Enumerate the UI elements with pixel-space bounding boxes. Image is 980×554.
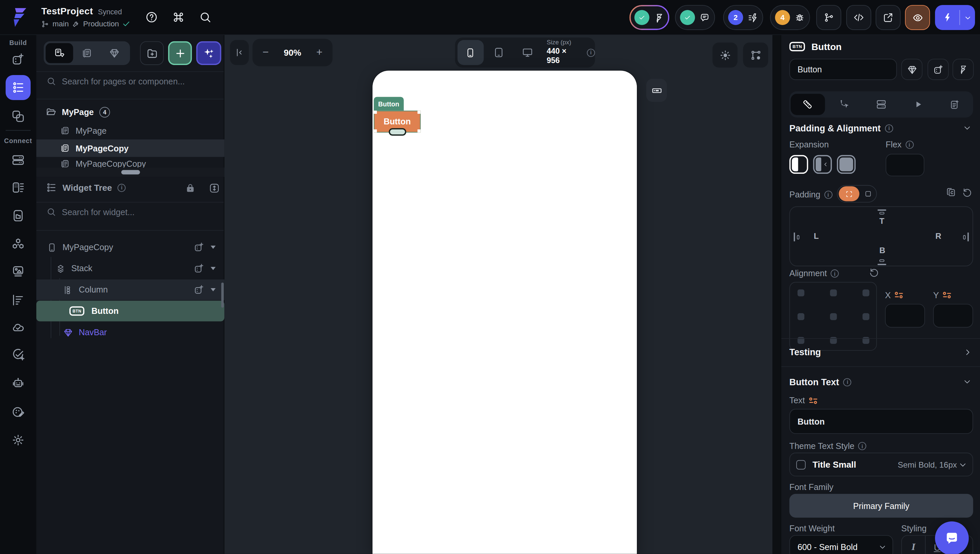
nav-item-widget-palette[interactable]	[11, 53, 25, 66]
tree-node-stack[interactable]: Stack	[37, 258, 224, 279]
branch-environment-row[interactable]: main Production	[41, 19, 131, 28]
padding-mode-linked-on[interactable]	[838, 186, 859, 201]
comments-button[interactable]	[675, 5, 715, 30]
button-text-input[interactable]	[789, 409, 973, 434]
tab-components[interactable]	[101, 43, 128, 63]
command-menu-button[interactable]	[172, 11, 185, 24]
device-tablet-button[interactable]	[486, 40, 512, 65]
device-desktop-button[interactable]	[514, 40, 541, 65]
italic-toggle[interactable]: I	[902, 536, 926, 554]
theme-style-dropdown[interactable]: Title Small Semi Bold, 16px	[789, 453, 973, 476]
ai-generate-page-button[interactable]	[196, 41, 221, 65]
add-child-widget-button[interactable]	[194, 242, 204, 253]
page-row-mypagecopy-selected[interactable]: MyPageCopy	[37, 139, 224, 157]
convert-to-component-button[interactable]	[901, 59, 923, 80]
node-menu-caret[interactable]	[211, 288, 216, 291]
nav-item-cloud-functions[interactable]	[11, 321, 25, 334]
tree-node-mypagecopy[interactable]: MyPageCopy	[37, 237, 224, 258]
collapse-panel-button[interactable]	[230, 40, 249, 65]
expand-testing-chevron[interactable]	[963, 347, 972, 357]
nav-item-api-calls[interactable]	[11, 181, 25, 194]
nav-item-components[interactable]	[11, 110, 25, 123]
alignment-y-input[interactable]	[933, 304, 973, 328]
open-preview-button[interactable]	[876, 5, 900, 30]
run-options-chevron[interactable]	[960, 13, 975, 21]
style-checkbox[interactable]	[796, 460, 806, 469]
alignment-grid[interactable]	[789, 282, 877, 350]
padding-top-field[interactable]: T	[879, 217, 884, 226]
nav-item-app-files[interactable]	[11, 209, 25, 223]
help-button[interactable]	[145, 11, 158, 24]
padding-left-field[interactable]: L	[814, 231, 819, 241]
nav-item-custom-code[interactable]	[11, 293, 25, 307]
flutterflow-logo[interactable]	[7, 5, 32, 32]
zoom-in-button[interactable]: +	[317, 46, 323, 59]
flutterflow-docs-button[interactable]	[953, 59, 974, 80]
padding-mode-individual[interactable]	[859, 190, 876, 197]
add-child-widget-button[interactable]	[194, 285, 204, 295]
support-chat-fab[interactable]	[935, 521, 969, 554]
expansion-flexible-button[interactable]	[813, 155, 832, 174]
panel-resize-handle[interactable]	[37, 167, 224, 177]
theme-mode-button[interactable]	[713, 42, 738, 67]
page-row-mypage[interactable]: MyPage	[37, 122, 224, 139]
tab-documentation[interactable]	[938, 94, 972, 115]
collapse-section-chevron[interactable]	[963, 123, 972, 132]
node-menu-caret[interactable]	[211, 267, 216, 270]
ai-checks-button[interactable]	[629, 5, 669, 30]
tree-scrollbar-thumb[interactable]	[221, 282, 224, 307]
view-code-button[interactable]	[846, 5, 871, 30]
resize-handle[interactable]	[389, 128, 406, 135]
issues-button[interactable]: 4	[770, 5, 810, 30]
widget-name-input[interactable]	[789, 59, 897, 80]
font-family-button[interactable]: Primary Family	[789, 494, 973, 517]
page-folder-row[interactable]: MyPage 4	[37, 102, 224, 121]
visual-preview-button[interactable]	[905, 5, 930, 30]
font-weight-dropdown[interactable]: 600 - Semi Bold	[789, 535, 893, 554]
tab-actions[interactable]	[827, 94, 862, 115]
canvas-settings-button[interactable]	[743, 42, 768, 67]
widget-search[interactable]	[46, 207, 187, 217]
nav-item-media-assets[interactable]	[11, 264, 25, 278]
add-page-button[interactable]	[168, 41, 192, 65]
node-menu-caret[interactable]	[211, 246, 216, 249]
tab-animations[interactable]	[901, 94, 935, 115]
tab-pages-and-components[interactable]	[46, 43, 73, 63]
set-from-variable-icon[interactable]	[943, 291, 952, 299]
nav-item-theme[interactable]	[11, 405, 25, 419]
flex-input[interactable]	[886, 154, 924, 176]
pages-search[interactable]	[46, 76, 187, 86]
canvas-scrollbar[interactable]	[773, 35, 781, 554]
expand-collapse-tree-button[interactable]	[209, 182, 220, 194]
set-from-variable-icon[interactable]	[895, 291, 904, 299]
nav-item-tests[interactable]	[11, 348, 25, 362]
alignment-x-input[interactable]	[885, 304, 925, 328]
nav-item-widget-tree[interactable]	[6, 75, 31, 100]
pages-search-input[interactable]	[62, 77, 187, 86]
section-testing[interactable]: Testing	[789, 347, 821, 357]
tree-node-button-selected[interactable]: BTN Button	[37, 301, 224, 322]
expansion-none-button[interactable]	[789, 155, 808, 174]
lock-widget-button[interactable]	[185, 182, 196, 196]
add-folder-button[interactable]	[140, 41, 164, 65]
nav-item-integrations[interactable]	[11, 237, 25, 250]
padding-bottom-field[interactable]: B	[879, 246, 885, 255]
expansion-expanded-button[interactable]	[837, 155, 856, 174]
branch-manager-button[interactable]	[816, 5, 841, 30]
run-split-button[interactable]	[935, 5, 975, 30]
reset-alignment-button[interactable]	[869, 267, 879, 277]
add-child-widget-button[interactable]	[194, 263, 204, 274]
set-from-variable-icon[interactable]	[808, 396, 818, 404]
zoom-out-button[interactable]: −	[262, 46, 269, 59]
collapse-section-chevron[interactable]	[963, 377, 972, 386]
tab-pages[interactable]	[73, 43, 100, 63]
nav-item-database[interactable]	[11, 153, 25, 167]
tree-node-column[interactable]: Column	[37, 280, 224, 300]
phone-frame[interactable]: Button Button	[372, 71, 637, 554]
canvas-overlay-toggle-button[interactable]	[646, 79, 667, 102]
wrap-widget-button[interactable]	[928, 59, 949, 80]
optimizations-button[interactable]: 2	[723, 5, 763, 30]
design-canvas[interactable]: − 90% + Size (px) 440 × 956 i	[224, 35, 773, 554]
device-phone-button[interactable]	[458, 40, 484, 65]
tab-properties[interactable]	[791, 94, 825, 115]
